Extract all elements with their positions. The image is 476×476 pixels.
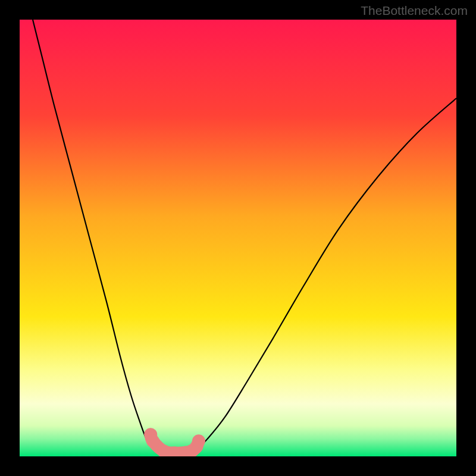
marker-dot	[146, 434, 159, 447]
marker-dot	[192, 434, 205, 447]
chart-plot-area	[20, 20, 456, 456]
chart-svg	[20, 20, 456, 456]
watermark-text: TheBottleneck.com	[361, 4, 468, 18]
chart-background	[20, 20, 456, 456]
